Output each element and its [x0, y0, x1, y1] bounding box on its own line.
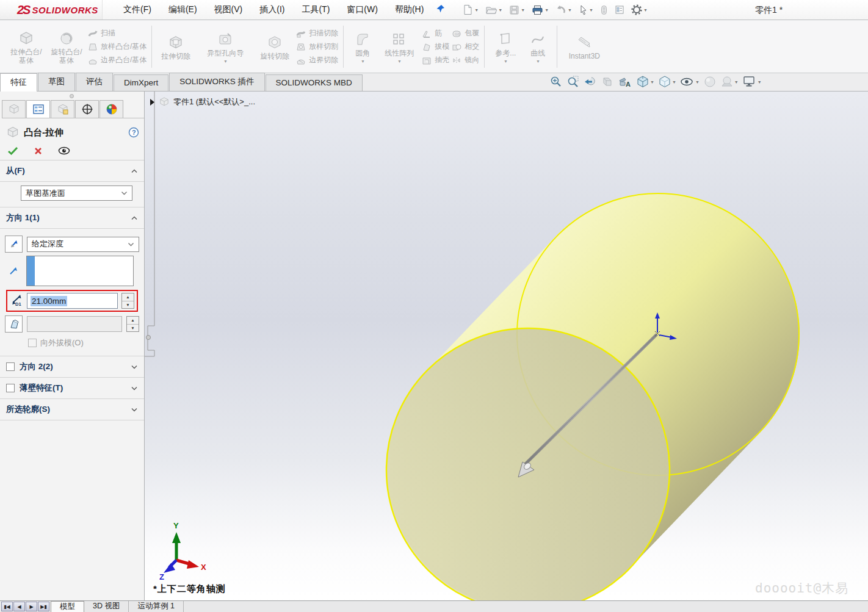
- section-view-icon[interactable]: [601, 75, 614, 88]
- undo-caret-icon[interactable]: ▼: [568, 8, 572, 12]
- depth-input[interactable]: 21.00mm: [27, 293, 118, 309]
- view-orientation-icon[interactable]: ▼: [636, 75, 654, 88]
- rebuild-button[interactable]: [598, 4, 610, 16]
- menu-help[interactable]: 帮助(H): [388, 1, 431, 19]
- section-direction1-header[interactable]: 方向 1(1): [0, 207, 144, 229]
- featuremanager-tree-tab[interactable]: [2, 100, 26, 118]
- tab-features[interactable]: 特征: [0, 73, 37, 92]
- zoom-area-icon[interactable]: [566, 75, 580, 88]
- dimxpertmanager-tab[interactable]: [75, 100, 99, 118]
- menu-view[interactable]: 视图(V): [207, 1, 250, 19]
- zoom-fit-icon[interactable]: [549, 75, 563, 88]
- wrap-button[interactable]: GD 包覆: [452, 28, 479, 38]
- extruded-boss-base-button[interactable]: 拉伸凸台/基体: [7, 28, 45, 65]
- edit-appearance-icon[interactable]: [703, 75, 717, 88]
- file-properties-button[interactable]: [613, 4, 626, 16]
- menu-insert[interactable]: 插入(I): [252, 1, 292, 19]
- pin-menu-icon[interactable]: [436, 4, 445, 15]
- apply-scene-caret-icon[interactable]: ▼: [734, 80, 739, 84]
- new-document-caret-icon[interactable]: ▼: [474, 8, 479, 12]
- lofted-cut-button[interactable]: 放样切割: [296, 41, 338, 52]
- previous-view-icon[interactable]: [584, 75, 597, 88]
- collapse-chevron-icon[interactable]: [131, 215, 138, 220]
- panel-splitter-strip[interactable]: [145, 92, 154, 356]
- spinner-down-icon[interactable]: ▼: [127, 325, 139, 332]
- linear-pattern-caret-icon[interactable]: ▼: [397, 59, 402, 64]
- menu-file[interactable]: 文件(F): [116, 1, 159, 19]
- spinner-up-icon[interactable]: ▲: [122, 293, 134, 301]
- swept-cut-button[interactable]: 扫描切除: [296, 28, 338, 38]
- print-button[interactable]: ▼: [530, 4, 551, 16]
- tab-model[interactable]: 模型: [51, 601, 84, 612]
- boundary-boss-button[interactable]: 边界凸台/基体: [88, 55, 146, 65]
- extruded-cut-button[interactable]: 拉伸切除: [157, 32, 195, 61]
- open-caret-icon[interactable]: ▼: [498, 8, 502, 12]
- configurationmanager-tab[interactable]: [51, 100, 74, 118]
- menu-window[interactable]: 窗口(W): [339, 1, 385, 19]
- instant3d-button[interactable]: Instant3D: [562, 32, 606, 61]
- nav-first-button[interactable]: ▮◀: [1, 602, 13, 611]
- tab-evaluate[interactable]: 评估: [76, 73, 113, 91]
- select-caret-icon[interactable]: ▼: [589, 8, 593, 12]
- mirror-button[interactable]: 镜向: [452, 55, 479, 65]
- hide-show-items-icon[interactable]: ▼: [680, 75, 700, 88]
- direction-reference-selection-box[interactable]: [26, 256, 134, 286]
- flyout-feature-tree[interactable]: 零件1 (默认<<默认>_...: [150, 96, 255, 107]
- nav-next-button[interactable]: ▶: [26, 602, 37, 611]
- hide-show-caret-icon[interactable]: ▼: [695, 80, 700, 84]
- flyout-tree-root-label[interactable]: 零件1 (默认<<默认>_...: [173, 96, 255, 107]
- swept-boss-button[interactable]: 扫描: [88, 28, 146, 38]
- preview-eye-icon[interactable]: [58, 146, 70, 155]
- nav-last-button[interactable]: ▶▮: [38, 602, 49, 611]
- save-caret-icon[interactable]: ▼: [521, 8, 525, 12]
- dynamic-annotation-views-icon[interactable]: A: [618, 75, 632, 88]
- help-icon[interactable]: ?: [128, 127, 139, 138]
- propertymanager-tab[interactable]: [26, 100, 50, 118]
- section-direction2-header[interactable]: 方向 2(2): [0, 356, 144, 378]
- end-condition-dropdown[interactable]: 给定深度: [27, 237, 139, 252]
- view-settings-icon[interactable]: ▼: [742, 75, 762, 88]
- draft-outward-checkbox[interactable]: [28, 339, 37, 347]
- displaymanager-tab[interactable]: [99, 100, 123, 118]
- tab-solidworks-mbd[interactable]: SOLIDWORKS MBD: [266, 74, 363, 91]
- depth-spinner[interactable]: ▲▼: [121, 293, 134, 309]
- section-from-header[interactable]: 从(F): [0, 160, 144, 182]
- hole-wizard-caret-icon[interactable]: ▼: [223, 59, 228, 64]
- print-caret-icon[interactable]: ▼: [544, 8, 549, 12]
- lofted-boss-button[interactable]: 放样凸台/基体: [88, 41, 146, 52]
- open-button[interactable]: ▼: [483, 3, 504, 16]
- undo-button[interactable]: ▼: [554, 4, 574, 16]
- reverse-direction-button[interactable]: [5, 236, 23, 253]
- menu-tools[interactable]: 工具(T): [294, 1, 337, 19]
- spinner-up-icon[interactable]: ▲: [127, 317, 139, 325]
- display-style-caret-icon[interactable]: ▼: [672, 80, 676, 84]
- boundary-cut-button[interactable]: 边界切除: [296, 55, 338, 65]
- section-thin-feature-header[interactable]: 薄壁特征(T): [0, 378, 144, 399]
- revolved-cut-button[interactable]: 旋转切除: [256, 32, 294, 61]
- graphics-viewport[interactable]: Y X Z 零件1 (默认<<默认>_... *上下二等角轴测 dooooit@…: [145, 92, 868, 600]
- expand-chevron-icon[interactable]: [131, 386, 138, 391]
- expand-chevron-icon[interactable]: [131, 407, 138, 412]
- draft-button-ribbon[interactable]: 拔模: [422, 41, 449, 52]
- expand-chevron-icon[interactable]: [131, 364, 138, 369]
- intersect-button[interactable]: 相交: [452, 41, 479, 52]
- draft-on-off-button[interactable]: [5, 315, 23, 333]
- hole-wizard-button[interactable]: 异型孔向导 ▼: [197, 29, 253, 65]
- shell-button[interactable]: 抽壳: [422, 55, 449, 65]
- tab-dimxpert[interactable]: DimXpert: [114, 74, 168, 91]
- ok-check-icon[interactable]: [7, 146, 18, 155]
- view-settings-caret-icon[interactable]: ▼: [758, 80, 762, 84]
- display-style-icon[interactable]: ▼: [658, 75, 676, 88]
- start-condition-dropdown[interactable]: 草图基准面: [21, 185, 132, 201]
- save-button[interactable]: ▼: [507, 4, 527, 16]
- tab-solidworks-addins[interactable]: SOLIDWORKS 插件: [169, 73, 264, 91]
- options-gear-button[interactable]: ▼: [629, 3, 649, 16]
- revolved-boss-base-button[interactable]: 旋转凸台/基体: [48, 28, 85, 65]
- cancel-x-icon[interactable]: [34, 147, 42, 155]
- tab-3d-views[interactable]: 3D 视图: [84, 601, 129, 612]
- reference-geometry-button[interactable]: 参考... ▼: [490, 29, 521, 65]
- reference-geometry-caret-icon[interactable]: ▼: [504, 59, 508, 64]
- options-caret-icon[interactable]: ▼: [643, 8, 648, 12]
- tab-motion-study[interactable]: 运动算例 1: [129, 601, 183, 612]
- section-selected-contours-header[interactable]: 所选轮廓(S): [0, 399, 144, 420]
